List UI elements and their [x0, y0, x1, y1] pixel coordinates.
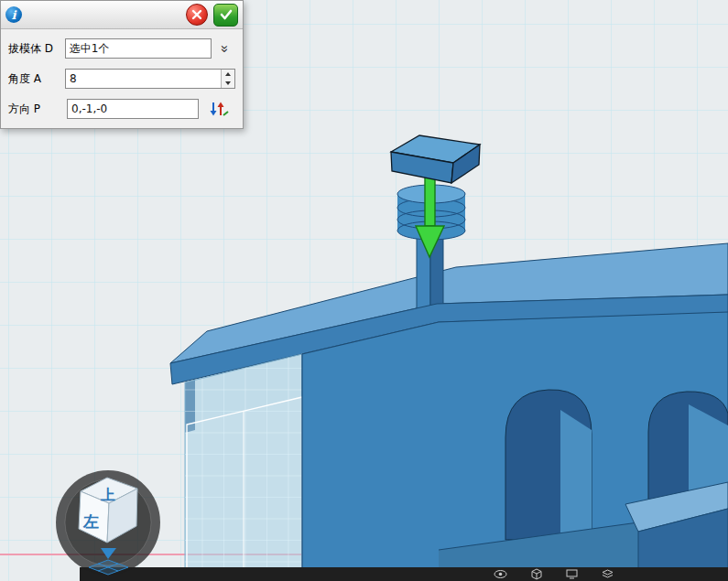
- info-icon: i: [5, 6, 22, 23]
- field-row-direction: 方向 P: [8, 98, 235, 120]
- check-icon: [220, 9, 233, 20]
- expand-list-button[interactable]: »: [216, 38, 235, 59]
- close-icon: [191, 9, 202, 20]
- visibility-icon[interactable]: [494, 569, 507, 579]
- angle-spin-down[interactable]: [222, 79, 234, 88]
- cancel-button[interactable]: [186, 4, 208, 26]
- chevron-double-down-icon: »: [219, 45, 233, 52]
- arch-center-inner-wall: [560, 410, 592, 534]
- highlight-wirebox[interactable]: [187, 397, 302, 578]
- dialog-titlebar[interactable]: i: [1, 1, 243, 29]
- layers-icon[interactable]: [602, 569, 614, 579]
- angle-spin-up[interactable]: [222, 70, 234, 79]
- field-row-draft-body: 拔模体 D »: [8, 38, 235, 59]
- spin-down-icon: [225, 81, 231, 85]
- flip-direction-icon: [207, 100, 229, 118]
- angle-input[interactable]: [65, 69, 235, 89]
- angle-label: 角度 A: [8, 71, 65, 87]
- display-icon[interactable]: [566, 569, 578, 579]
- draft-body-input[interactable]: [65, 38, 212, 59]
- angle-spinner: [221, 70, 234, 88]
- direction-label: 方向 P: [8, 102, 67, 117]
- status-bar: [80, 567, 728, 581]
- draft-body-label: 拔模体 D: [8, 41, 65, 57]
- draft-dialog: i 拔模体 D » 角度 A 方向 P: [0, 0, 244, 129]
- spin-up-icon: [225, 72, 231, 76]
- confirm-button[interactable]: [213, 4, 238, 27]
- direction-input[interactable]: [67, 99, 199, 119]
- flip-direction-button[interactable]: [205, 99, 231, 119]
- field-row-angle: 角度 A: [8, 68, 235, 90]
- cube-icon[interactable]: [531, 568, 542, 580]
